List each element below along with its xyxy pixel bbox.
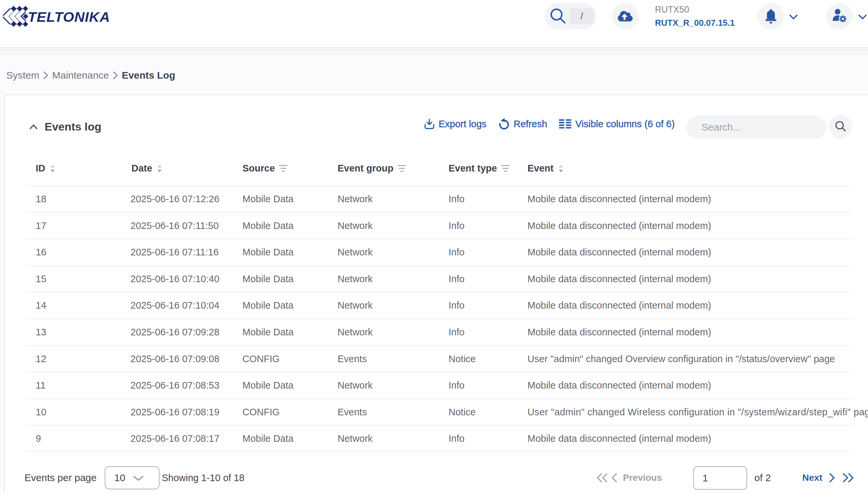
svg-text:TELTONIKA: TELTONIKA [28,9,110,25]
